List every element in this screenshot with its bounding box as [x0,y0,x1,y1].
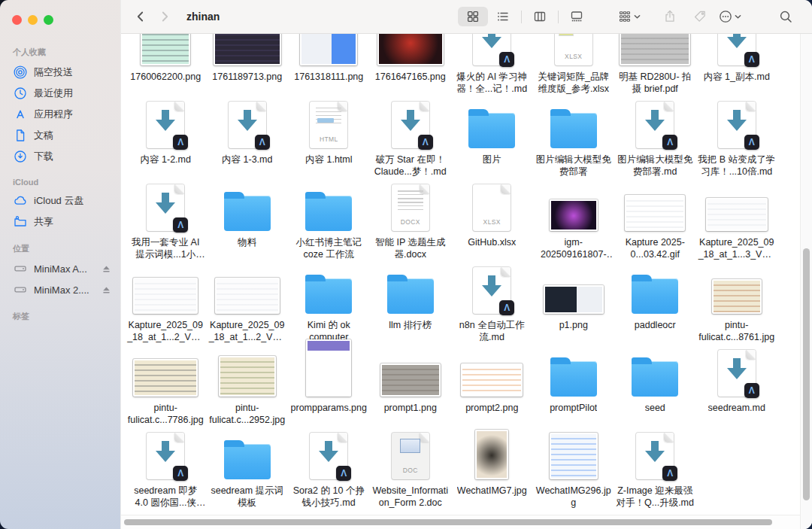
file-grid-area: 1760062200.png1761189713.png1761318111.p… [121,34,812,529]
file-item[interactable]: Λ我把 B 站变成了学习库！...10倍.md [696,101,778,184]
image-thumbnail [377,34,444,65]
file-item[interactable]: Λ图片编辑大模型免费部署.md [614,101,696,184]
drive-icon [13,262,27,276]
forward-button[interactable] [155,7,174,26]
image-thumbnail [214,34,281,65]
file-item[interactable]: 图片编辑大模型免费部署 [533,101,615,184]
sidebar-item[interactable]: 最近使用 [0,83,120,104]
sidebar-item[interactable]: 应用程序 [0,104,120,125]
file-item[interactable]: DOCX智能 IP 选题生成器.docx [370,184,452,266]
file-item[interactable]: prompt2.png [451,349,533,432]
image-thumbnail [706,198,768,231]
sidebar-item[interactable]: MiniMax 2.... [0,279,120,300]
file-name: igm-202509161807-[8Cb..._O].jpg [535,237,613,260]
column-view-icon[interactable] [525,7,555,26]
gallery-view-icon[interactable] [562,7,592,26]
file-name: 内容 1-3.md [222,154,272,166]
file-item[interactable]: paddleocr [614,266,696,349]
arc-badge-icon: Λ [173,135,188,150]
file-name: n8n 全自动工作流.md [453,320,531,343]
document-icon [13,129,27,143]
sidebar-item[interactable]: 文稿 [0,125,120,146]
arc-badge-icon: Λ [744,135,759,150]
file-item[interactable]: Λ内容 1-3.md [207,101,289,184]
back-button[interactable] [131,7,150,26]
file-item[interactable]: Λ破万 Star 在即！Claude...梦！.md [370,101,452,184]
file-item[interactable]: 图片 [451,101,533,184]
file-extension-label: HTML [310,135,347,143]
download-arrow-icon [482,34,501,48]
vertical-scrollbar-thumb[interactable] [803,248,810,500]
file-name: 我把 B 站变成了学习库！...10倍.md [698,154,776,178]
file-item[interactable]: promptPilot [533,349,615,432]
share-icon[interactable] [655,7,685,26]
sidebar-item[interactable]: MiniMax A... [0,258,120,279]
file-item[interactable]: p1.png [533,266,615,349]
more-icon[interactable] [715,7,745,26]
md-file-icon: Λ [229,102,266,148]
search-icon[interactable] [771,7,801,26]
file-item[interactable]: 物料 [207,184,289,266]
file-item[interactable]: 1761647165.png [370,34,452,101]
eject-icon[interactable] [102,264,111,274]
sidebar-item[interactable]: iCloud 云盘 [0,190,120,211]
file-item[interactable]: prompparams.png [288,349,370,432]
file-item[interactable]: Λseedream 即梦 4.0 圆你国...侠梦.md [125,432,207,515]
file-item[interactable]: seedream 提示词模板 [207,432,289,515]
sidebar-item[interactable]: 下载 [0,146,120,167]
list-view-icon[interactable] [488,7,518,26]
file-item[interactable]: ΛZ-Image 迎来最强对手！Q...升级.md [614,432,696,515]
file-item[interactable]: igm-202509161807-[8Cb..._O].jpg [533,184,615,266]
file-item[interactable]: 小红书博主笔记 coze 工作流 [288,184,370,266]
file-name: GitHub.xlsx [468,237,516,249]
file-item[interactable]: pintu-fulicat.c...8761.jpg [696,266,778,349]
tag-icon[interactable] [685,7,715,26]
file-item[interactable]: Kimi 的 ok computer [288,266,370,349]
file-item[interactable]: Λn8n 全自动工作流.md [451,266,533,349]
file-item[interactable]: DOCWebsite_Information_Form 2.doc [370,432,452,515]
file-item[interactable]: Λseedream.md [696,349,778,432]
minimize-window-button[interactable] [28,15,38,25]
grid-view-icon[interactable] [458,7,488,26]
file-item[interactable]: 1761318111.png [288,34,370,101]
file-item[interactable]: Kapture_2025_09_18_at_1...2_V5.gif [207,266,289,349]
group-icon[interactable] [614,7,644,26]
md-file-icon: Λ [636,102,674,148]
file-item[interactable]: ΛSora2 的 10 个挣钱小技巧.md [288,432,370,515]
arc-badge-icon: Λ [662,135,677,150]
file-item[interactable]: llm 排行榜 [370,266,452,349]
file-item[interactable]: 1760062200.png [125,34,207,101]
file-item[interactable]: Kapture_2025_09_18_at_1...2_V3.gif [125,266,207,349]
file-item[interactable]: Kapture 2025-0...03.42.gif [614,184,696,266]
file-item[interactable]: prompt1.png [370,349,452,432]
file-item[interactable]: Λ内容 1_副本.md [696,34,778,101]
file-item[interactable]: WechatIMG296.jpg [533,432,615,515]
file-extension-label: DOC [392,467,429,474]
file-item[interactable]: XLSXGitHub.xlsx [451,184,533,266]
file-item[interactable]: Λ我用一套专业 AI 提示词模...1小时.md [125,184,207,266]
file-item[interactable]: 明基 RD280U- 拍摄 brief.pdf [614,34,696,101]
eject-icon[interactable] [102,285,111,295]
file-item[interactable]: Λ内容 1-2.md [125,101,207,184]
close-window-button[interactable] [12,15,22,25]
file-item[interactable]: XLSX关键词矩阵_品牌维度版_参考.xlsx [533,34,615,101]
folder-icon [632,278,678,314]
file-item[interactable]: HTML内容 1.html [288,101,370,184]
sidebar-item[interactable]: 隔空投送 [0,62,120,83]
sidebar-item-label: MiniMax 2.... [34,284,89,296]
image-thumbnail [380,363,441,397]
file-item[interactable]: Λ爆火的 AI 学习神器！全...记！.md [451,34,533,101]
file-extension-label: XLSX [473,218,511,226]
file-item[interactable]: 1761189713.png [207,34,289,101]
download-arrow-icon [727,358,747,379]
horizontal-scrollbar-thumb[interactable] [124,519,772,525]
file-item[interactable]: WechatIMG7.jpg [451,432,533,515]
zoom-window-button[interactable] [44,15,53,25]
file-item[interactable]: pintu-fulicat.c...7786.jpg [125,349,207,432]
md-file-icon: Λ [718,102,756,148]
file-item[interactable]: Kapture_2025_09_18_at_1...3_V1.gif [696,184,778,266]
file-item[interactable]: pintu-fulicat.c...2952.jpg [207,349,289,432]
sidebar-item[interactable]: 共享 [0,211,120,233]
file-item[interactable]: seed [614,349,696,432]
file-name: 图片编辑大模型免费部署 [535,154,613,178]
